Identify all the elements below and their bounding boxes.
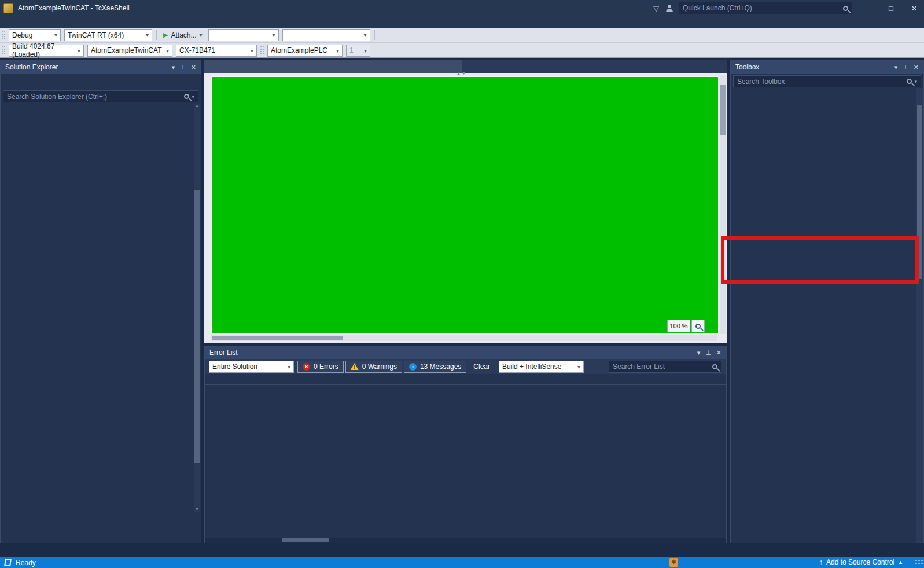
filter-icon[interactable]: ▽ (650, 4, 662, 13)
toolbox-list (731, 89, 923, 544)
error-list-panel: Error List ▾ ⊥ ✕ Entire Solution▾ ✕0 Err… (204, 346, 727, 543)
toolbox-panel: Toolbox ▾ ⊥ ✕ ▾ (730, 60, 924, 543)
visualization-canvas[interactable] (211, 76, 719, 334)
warnings-filter-button[interactable]: !0 Warnings (345, 361, 402, 373)
search-icon (843, 6, 848, 11)
error-list-toolbar: Entire Solution▾ ✕0 Errors !0 Warnings i… (205, 359, 726, 374)
solution-explorer-toolbar (1, 74, 201, 89)
plc-instance-combo: 1▾ (346, 45, 370, 57)
pin-icon[interactable]: ⊥ (705, 349, 711, 357)
canvas-horizontal-scrollbar[interactable] (211, 335, 717, 341)
maximize-button[interactable]: □ (881, 0, 901, 16)
error-search-box[interactable] (609, 361, 721, 373)
scroll-thumb[interactable] (282, 538, 329, 542)
toolbox-search-input[interactable] (737, 78, 907, 86)
quick-launch-box[interactable] (679, 2, 852, 14)
window-title: AtomExampleTwinCAT - TcXaeShell (18, 4, 130, 12)
attach-button[interactable]: ▶Attach...▾ (159, 31, 207, 39)
toolbox-scrollbar[interactable] (916, 88, 923, 543)
scroll-thumb[interactable] (194, 190, 200, 463)
close-icon[interactable]: ✕ (191, 64, 196, 71)
splitter-arrows-icon[interactable]: ▲▼ (457, 71, 467, 75)
empty-combo-2[interactable]: ▾ (282, 29, 370, 41)
empty-combo-1[interactable]: ▾ (208, 29, 279, 41)
toolbar-grip[interactable] (1, 31, 6, 40)
pin-icon[interactable]: ⊥ (180, 64, 186, 71)
error-list-header (205, 374, 726, 385)
canvas-vertical-scrollbar[interactable] (720, 76, 726, 334)
pin-icon[interactable]: ⊥ (903, 64, 908, 71)
resize-grip[interactable] (915, 559, 923, 566)
errors-filter-button[interactable]: ✕0 Errors (297, 361, 344, 373)
solution-project-combo[interactable]: AtomExampleTwinCAT▾ (87, 45, 172, 57)
solution-explorer-panel: Solution Explorer ▾ ⊥ ✕ ▾ ▲ ▼ (0, 60, 201, 543)
magnifier-icon (695, 324, 701, 329)
close-icon[interactable]: ✕ (716, 349, 721, 357)
scroll-up-icon[interactable]: ▲ (194, 104, 200, 109)
search-icon (907, 79, 912, 84)
plc-project-combo[interactable]: AtomExamplePLC▾ (267, 45, 343, 57)
status-bar: Ready ✱ ↑ Add to Source Control ▲ (0, 557, 924, 568)
solution-tree-scrollbar[interactable]: ▲ ▼ (194, 104, 200, 512)
window-menu-icon[interactable]: ▾ (697, 349, 701, 357)
clear-button[interactable]: Clear (468, 362, 495, 371)
toolbar-grip[interactable] (260, 46, 264, 55)
error-scope-combo[interactable]: Entire Solution▾ (209, 361, 294, 373)
close-icon[interactable]: ✕ (914, 64, 919, 71)
notification-icon[interactable]: ✱ (669, 558, 678, 567)
build-version-combo[interactable]: Build 4024.67 (Loaded)▾ (9, 45, 84, 57)
toolbox-title: Toolbox ▾ ⊥ ✕ (731, 61, 923, 74)
status-text: Ready (16, 559, 36, 567)
scroll-thumb[interactable] (917, 105, 922, 279)
chevron-up-icon[interactable]: ▲ (898, 559, 903, 565)
visualization-editor: ▲▼ 100 % (204, 73, 727, 343)
add-to-source-control-button[interactable]: Add to Source Control (826, 558, 894, 566)
platform-combo[interactable]: TwinCAT RT (x64)▾ (64, 29, 152, 41)
info-icon: i (409, 363, 417, 371)
minimize-button[interactable]: – (858, 0, 878, 16)
status-flag-icon (4, 559, 12, 566)
warning-icon: ! (351, 363, 359, 370)
feedback-icon[interactable] (665, 5, 673, 12)
close-button[interactable]: ✕ (904, 0, 924, 16)
toolbar-grip[interactable] (1, 46, 6, 55)
quick-launch-input[interactable] (683, 4, 843, 12)
window-menu-icon[interactable]: ▾ (894, 64, 898, 71)
toolbox-search-box[interactable]: ▾ (733, 75, 921, 87)
app-icon (3, 3, 13, 13)
error-source-combo[interactable]: Build + IntelliSense▾ (499, 361, 584, 373)
target-system-combo[interactable]: CX-71B471▾ (176, 45, 257, 57)
search-icon (712, 364, 717, 369)
configuration-combo[interactable]: Debug▾ (9, 29, 61, 41)
scroll-thumb[interactable] (720, 85, 726, 135)
play-icon: ▶ (163, 31, 168, 39)
error-icon: ✕ (303, 363, 310, 371)
menu-bar (0, 16, 924, 28)
solution-explorer-title: Solution Explorer ▾ ⊥ ✕ (1, 61, 201, 74)
error-search-input[interactable] (613, 362, 712, 371)
title-bar: AtomExampleTwinCAT - TcXaeShell ▽ – □ ✕ (0, 0, 924, 16)
solution-tree (1, 104, 201, 513)
zoom-level[interactable]: 100 % (667, 320, 690, 332)
solution-search-input[interactable] (7, 93, 184, 101)
scroll-down-icon[interactable]: ▼ (194, 507, 200, 512)
window-menu-icon[interactable]: ▾ (172, 64, 175, 71)
solution-search-box[interactable]: ▾ (3, 90, 198, 102)
up-arrow-icon: ↑ (819, 558, 823, 566)
toolbar-twincat: Build 4024.67 (Loaded)▾ AtomExampleTwinC… (0, 43, 924, 58)
toolbar-standard: Debug▾ TwinCAT RT (x64)▾ ▶Attach...▾ ▾ ▾ (0, 28, 924, 43)
messages-filter-button[interactable]: i13 Messages (404, 361, 466, 373)
search-icon (184, 94, 189, 99)
scroll-thumb[interactable] (212, 336, 343, 340)
error-list-title: Error List ▾ ⊥ ✕ (205, 346, 726, 359)
error-list-scrollbar[interactable] (205, 538, 726, 543)
zoom-button[interactable] (691, 320, 705, 332)
